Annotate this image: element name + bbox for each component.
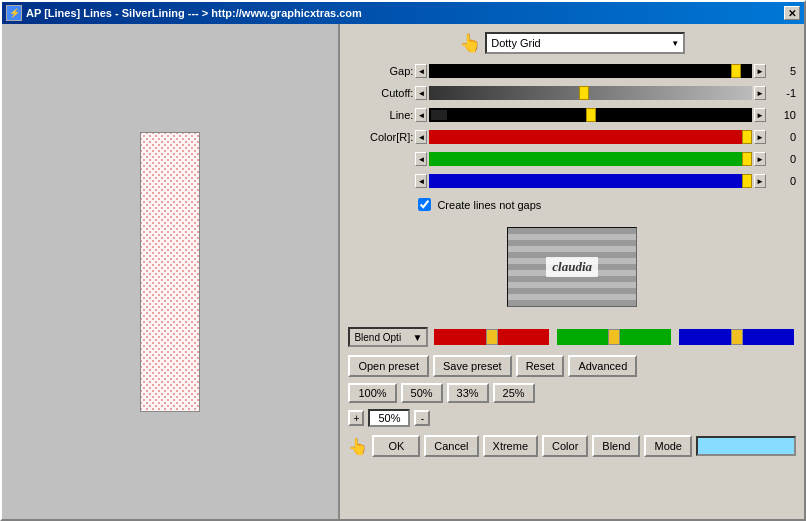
percent-buttons-row: 100% 50% 33% 25% xyxy=(348,383,796,403)
gap-slider-row: Gap: ◄ ► 5 xyxy=(348,62,796,80)
cutoff-slider-container xyxy=(429,86,752,100)
left-preview-panel xyxy=(2,24,340,519)
checkbox-label: Create lines not gaps xyxy=(437,199,541,211)
main-preview xyxy=(140,132,200,412)
preview-center: claudia xyxy=(348,219,796,315)
right-panel: 👆 Dotty Grid ▼ Gap: ◄ ► 5 xyxy=(340,24,804,519)
gap-decrease-button[interactable]: ◄ xyxy=(415,64,427,78)
blend-green-slider[interactable] xyxy=(557,329,672,345)
colorR-decrease-button[interactable]: ◄ xyxy=(415,130,427,144)
zoom-plus-button[interactable]: + xyxy=(348,410,364,426)
line-decrease-button[interactable]: ◄ xyxy=(415,108,427,122)
cutoff-decrease-button[interactable]: ◄ xyxy=(415,86,427,100)
gap-slider-container xyxy=(429,64,752,78)
xtreme-button[interactable]: Xtreme xyxy=(483,435,538,457)
colorR-increase-button[interactable]: ► xyxy=(754,130,766,144)
line-slider-thumb[interactable] xyxy=(586,108,596,122)
main-window: ⚡ AP [Lines] Lines - SilverLining --- > … xyxy=(0,0,806,521)
colorR-value: 0 xyxy=(768,131,796,143)
open-preset-button[interactable]: Open preset xyxy=(348,355,429,377)
blend-green-thumb[interactable] xyxy=(608,329,620,345)
dotty-pattern xyxy=(141,133,199,411)
preview-thumbnail: claudia xyxy=(507,227,637,307)
colorR-slider-row: Color[R]: ◄ ► 0 xyxy=(348,128,796,146)
colorG-decrease-button[interactable]: ◄ xyxy=(415,152,427,166)
blend-button[interactable]: Blend xyxy=(592,435,640,457)
zoom-row: + 50% - xyxy=(348,409,796,427)
cancel-button[interactable]: Cancel xyxy=(424,435,478,457)
colorG-value: 0 xyxy=(768,153,796,165)
100-percent-button[interactable]: 100% xyxy=(348,383,396,403)
zoom-minus-label: - xyxy=(421,413,424,424)
blend-red-slider[interactable] xyxy=(434,329,549,345)
colorB-increase-button[interactable]: ► xyxy=(754,174,766,188)
title-bar: ⚡ AP [Lines] Lines - SilverLining --- > … xyxy=(2,2,804,24)
colorG-slider-container xyxy=(429,152,752,166)
preview-stripes: claudia xyxy=(508,228,636,306)
colorB-slider-container xyxy=(429,174,752,188)
bottom-buttons-row: 👆 OK Cancel Xtreme Color Blend Mode xyxy=(348,435,796,457)
main-content: 👆 Dotty Grid ▼ Gap: ◄ ► 5 xyxy=(2,24,804,519)
colorR-slider-container xyxy=(429,130,752,144)
line-increase-button[interactable]: ► xyxy=(754,108,766,122)
blend-sliders-row: Blend Opti ▼ xyxy=(348,327,796,347)
advanced-button[interactable]: Advanced xyxy=(568,355,637,377)
preset-dropdown[interactable]: Dotty Grid ▼ xyxy=(485,32,685,54)
dropdown-selected: Dotty Grid xyxy=(491,37,541,49)
colorB-value: 0 xyxy=(768,175,796,187)
colorB-decrease-button[interactable]: ◄ xyxy=(415,174,427,188)
cutoff-increase-button[interactable]: ► xyxy=(754,86,766,100)
cutoff-slider-thumb[interactable] xyxy=(579,86,589,100)
checkbox-row: Create lines not gaps xyxy=(418,198,796,211)
line-slider-row: Line: ◄ ► 10 xyxy=(348,106,796,124)
preset-dropdown-row: 👆 Dotty Grid ▼ xyxy=(348,32,796,54)
blend-dropdown-label: Blend Opti xyxy=(354,332,401,343)
app-icon: ⚡ xyxy=(6,5,22,21)
preview-badge-text: claudia xyxy=(546,257,598,277)
ok-button[interactable]: OK xyxy=(372,435,420,457)
gap-increase-button[interactable]: ► xyxy=(754,64,766,78)
cutoff-slider-row: Cutoff: ◄ ► -1 xyxy=(348,84,796,102)
blend-red-thumb[interactable] xyxy=(486,329,498,345)
colorG-slider-thumb[interactable] xyxy=(742,152,752,166)
zoom-minus-button[interactable]: - xyxy=(414,410,430,426)
reset-button[interactable]: Reset xyxy=(516,355,565,377)
zoom-value-display: 50% xyxy=(368,409,410,427)
line-value: 10 xyxy=(768,109,796,121)
colorB-slider-thumb[interactable] xyxy=(742,174,752,188)
25-percent-button[interactable]: 25% xyxy=(493,383,535,403)
create-lines-checkbox[interactable] xyxy=(418,198,431,211)
bottom-hand-icon: 👆 xyxy=(348,437,368,456)
zoom-plus-label: + xyxy=(353,413,359,424)
line-slider-container xyxy=(429,108,752,122)
blend-blue-thumb[interactable] xyxy=(731,329,743,345)
colorG-slider-row: ◄ ► 0 xyxy=(348,150,796,168)
colorR-slider-thumb[interactable] xyxy=(742,130,752,144)
save-preset-button[interactable]: Save preset xyxy=(433,355,512,377)
gap-value: 5 xyxy=(768,65,796,77)
action-buttons-row: Open preset Save preset Reset Advanced xyxy=(348,355,796,377)
color-button[interactable]: Color xyxy=(542,435,588,457)
color-swatch-display xyxy=(696,436,796,456)
colorR-label: Color[R]: xyxy=(348,131,413,143)
window-title: AP [Lines] Lines - SilverLining --- > ht… xyxy=(26,7,362,19)
zoom-value: 50% xyxy=(378,412,400,424)
gap-slider-thumb[interactable] xyxy=(731,64,741,78)
line-label: Line: xyxy=(348,109,413,121)
close-button[interactable]: ✕ xyxy=(784,6,800,20)
50-percent-button[interactable]: 50% xyxy=(401,383,443,403)
blend-mode-dropdown[interactable]: Blend Opti ▼ xyxy=(348,327,428,347)
cutoff-label: Cutoff: xyxy=(348,87,413,99)
33-percent-button[interactable]: 33% xyxy=(447,383,489,403)
gap-label: Gap: xyxy=(348,65,413,77)
mode-button[interactable]: Mode xyxy=(644,435,692,457)
hand-pointer-icon: 👆 xyxy=(459,32,481,54)
cutoff-value: -1 xyxy=(768,87,796,99)
colorG-increase-button[interactable]: ► xyxy=(754,152,766,166)
blend-dropdown-arrow-icon: ▼ xyxy=(413,332,423,343)
blend-blue-slider[interactable] xyxy=(679,329,794,345)
dropdown-arrow-icon: ▼ xyxy=(671,39,679,48)
colorB-slider-row: ◄ ► 0 xyxy=(348,172,796,190)
